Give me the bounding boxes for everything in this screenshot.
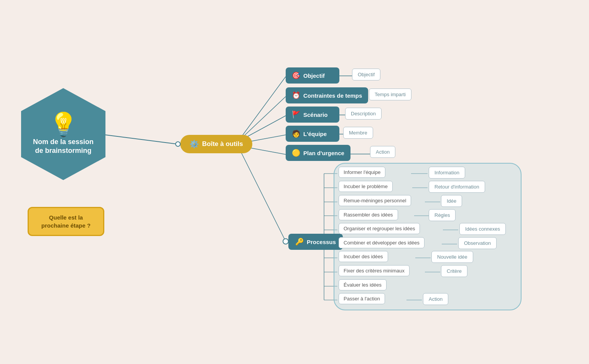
process-passer: Passer à l'action <box>339 293 385 304</box>
target-icon: 🎯 <box>292 71 300 80</box>
leaf-retour: Retour d'information <box>429 181 485 193</box>
clock-icon: ⏰ <box>292 91 300 100</box>
process-rassembler: Rassembler des idées <box>339 209 398 220</box>
branch-processus[interactable]: 🔑 Processus <box>288 234 343 250</box>
central-node[interactable]: ⚙️ Boîte à outils <box>180 135 252 153</box>
leaf-regles: Règles <box>429 209 456 221</box>
leaf-membre: Membre <box>343 127 373 139</box>
flag-icon: 🚩 <box>292 110 300 119</box>
process-combiner: Combiner et développer des idées <box>339 237 424 248</box>
svg-point-12 <box>283 239 288 244</box>
svg-line-6 <box>238 146 286 241</box>
leaf-observation: Observation <box>458 237 497 249</box>
leaf-action-passer: Action <box>423 293 448 305</box>
connector-lines <box>0 0 589 364</box>
session-title: Nom de la session de brainstorming <box>25 138 101 156</box>
process-incuber1: Incuber le problème <box>339 181 393 192</box>
branch-scenario[interactable]: 🚩 Scénario <box>286 107 339 123</box>
mind-map: 💡 Nom de la session de brainstorming Que… <box>0 0 589 364</box>
leaf-idee: Idée <box>441 195 462 207</box>
branch-objectif[interactable]: 🎯 Objectif <box>286 67 339 84</box>
circle-icon: 🟡 <box>292 149 300 157</box>
lightbulb-icon: 💡 <box>49 113 78 136</box>
svg-line-0 <box>105 135 180 144</box>
key-icon: 🔑 <box>295 238 304 246</box>
branch-urgence[interactable]: 🟡 Plan d'urgence <box>286 145 350 161</box>
leaf-idees-connexes: Idées connexes <box>459 223 506 235</box>
connection-dot <box>175 141 181 147</box>
branch-equipe[interactable]: 🧑 L'équipe <box>286 126 339 142</box>
process-fixer: Fixer des critères minimaux <box>339 265 410 276</box>
svg-line-1 <box>238 77 286 142</box>
leaf-information: Information <box>429 167 465 179</box>
gear-icon: ⚙️ <box>189 139 199 149</box>
leaf-description: Description <box>345 108 382 120</box>
leaf-objectif: Objectif <box>352 69 380 80</box>
leaf-critere: Critère <box>441 265 467 277</box>
person-icon: 🧑 <box>292 130 300 138</box>
leaf-nouvelle-idee: Nouvelle idée <box>431 251 473 263</box>
process-remue: Remue-méninges personnel <box>339 195 411 206</box>
leaf-action-urgence: Action <box>370 146 395 158</box>
branch-contraintes[interactable]: ⏰ Contraintes de temps <box>286 87 368 103</box>
process-informer: Informer l'équipe <box>339 167 385 178</box>
main-hex-node: 💡 Nom de la session de brainstorming <box>21 88 105 180</box>
process-organiser: Organiser et regrouper les idées <box>339 223 420 234</box>
process-incuber2: Incuber des idées <box>339 251 388 262</box>
question-box: Quelle est la prochaine étape ? <box>28 207 104 236</box>
process-evaluer: Évaluer les idées <box>339 279 387 290</box>
leaf-temps: Temps imparti <box>369 89 411 100</box>
